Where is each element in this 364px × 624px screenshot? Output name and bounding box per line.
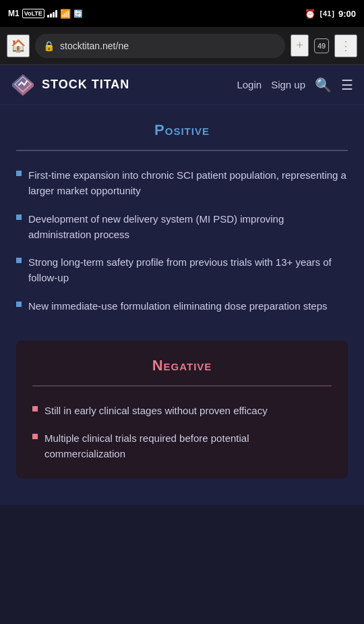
brand-logo-icon	[11, 73, 35, 97]
bullet-icon	[32, 434, 38, 439]
list-item: First-time expansion into chronic SCI pa…	[16, 167, 348, 199]
negative-divider	[32, 385, 332, 387]
alarm-icon: ⏰	[305, 9, 315, 19]
time-label: 9:00	[338, 9, 356, 19]
signal-icon	[47, 9, 57, 18]
carrier-label: M1	[8, 9, 20, 18]
positive-title: Positive	[16, 121, 348, 139]
list-item: Multiple clinical trials required before…	[32, 430, 332, 462]
positive-list: First-time expansion into chronic SCI pa…	[16, 167, 348, 314]
menu-dots-icon: ⋮	[340, 38, 352, 53]
bullet-icon	[16, 171, 22, 176]
wifi-icon: 📶	[60, 9, 71, 19]
volte-badge: VoLTE	[22, 9, 44, 18]
bullet-icon	[16, 258, 22, 263]
positive-item-1: First-time expansion into chronic SCI pa…	[28, 167, 348, 199]
negative-title: Negative	[32, 357, 332, 374]
navbar: STOCK TITAN Login Sign up 🔍 ☰	[0, 65, 364, 105]
battery-icon: [41]	[320, 9, 334, 18]
signup-button[interactable]: Sign up	[271, 79, 305, 90]
bullet-icon	[16, 215, 22, 220]
browser-chrome: 🏠 🔒 stocktitan.net/ne + 49 ⋮	[0, 27, 364, 65]
negative-list: Still in early clinical stages without p…	[32, 403, 332, 462]
positive-divider	[16, 150, 348, 151]
plus-icon: +	[296, 38, 303, 53]
status-left: M1 VoLTE 📶 🔄	[8, 9, 83, 19]
negative-section: Negative Still in early clinical stages …	[16, 341, 348, 478]
list-item: Strong long-term safety profile from pre…	[16, 254, 348, 286]
negative-item-1: Still in early clinical stages without p…	[44, 403, 268, 418]
list-item: New immediate-use formulation eliminatin…	[16, 298, 348, 314]
extra-icon: 🔄	[73, 9, 83, 18]
browser-menu-button[interactable]: ⋮	[334, 34, 357, 57]
positive-item-2: Development of new delivery system (MI P…	[28, 211, 348, 243]
login-button[interactable]: Login	[237, 79, 262, 90]
url-text: stocktitan.net/ne	[60, 40, 277, 51]
new-tab-button[interactable]: +	[291, 34, 309, 57]
home-button[interactable]: 🏠	[7, 34, 30, 57]
brand-name-label: STOCK TITAN	[42, 78, 129, 92]
positive-item-3: Strong long-term safety profile from pre…	[28, 254, 348, 286]
search-icon[interactable]: 🔍	[315, 77, 332, 93]
tab-count-button[interactable]: 49	[314, 38, 329, 53]
bullet-icon	[16, 302, 22, 307]
status-bar: M1 VoLTE 📶 🔄 ⏰ [41] 9:00	[0, 0, 364, 27]
bullet-icon	[32, 406, 38, 412]
brand-container: STOCK TITAN	[11, 73, 129, 97]
hamburger-menu-icon[interactable]: ☰	[341, 77, 353, 93]
negative-item-2: Multiple clinical trials required before…	[44, 430, 332, 462]
positive-item-4: New immediate-use formulation eliminatin…	[28, 298, 328, 314]
main-content: Positive First-time expansion into chron…	[0, 105, 364, 505]
status-right: ⏰ [41] 9:00	[305, 9, 356, 19]
navbar-actions: Login Sign up 🔍 ☰	[237, 77, 353, 93]
list-item: Still in early clinical stages without p…	[32, 403, 332, 418]
security-icon: 🔒	[43, 40, 55, 51]
positive-section: Positive First-time expansion into chron…	[16, 105, 348, 341]
url-bar[interactable]: 🔒 stocktitan.net/ne	[35, 34, 285, 58]
list-item: Development of new delivery system (MI P…	[16, 211, 348, 243]
